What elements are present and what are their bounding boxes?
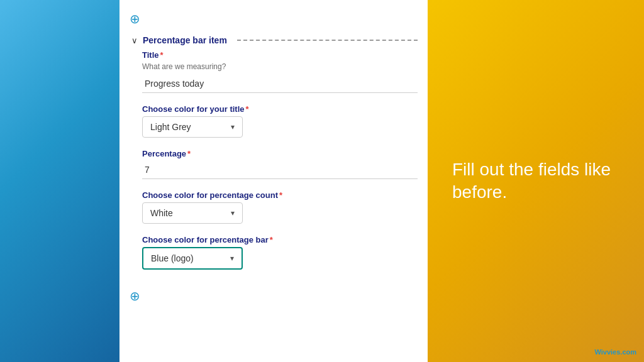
color-title-chevron-icon: ▾ — [231, 123, 235, 131]
percentage-field-group: Percentage* — [142, 149, 418, 179]
panel-header: ⊕ — [119, 8, 428, 31]
instruction-text: Fill out the fields like before. — [452, 158, 619, 204]
color-title-value: Light Grey — [150, 122, 191, 132]
color-title-select[interactable]: Light Grey ▾ — [142, 116, 243, 138]
watermark: Wivvies.com — [594, 348, 636, 356]
section-title: Percentage bar item — [143, 35, 227, 45]
color-percentage-label: Choose color for percentage count* — [142, 190, 418, 200]
left-background — [0, 0, 119, 362]
add-icon-top[interactable]: ⊕ — [130, 11, 140, 26]
section-header: ∨ Percentage bar item — [119, 31, 428, 50]
color-percentage-chevron-icon: ▾ — [231, 209, 235, 217]
chevron-icon[interactable]: ∨ — [131, 36, 138, 45]
form-panel: ⊕ ∨ Percentage bar item Title* What are … — [119, 0, 428, 362]
color-title-field-group: Choose color for your title* Light Grey … — [142, 104, 418, 138]
title-required: * — [160, 50, 164, 60]
color-percentage-field-group: Choose color for percentage count* White… — [142, 190, 418, 224]
percentage-required: * — [187, 149, 191, 158]
right-content-area: Fill out the fields like before. — [427, 0, 644, 362]
color-title-label: Choose color for your title* — [142, 104, 418, 114]
title-field-group: Title* What are we measuring? — [142, 50, 418, 93]
color-bar-chevron-icon: ▾ — [230, 254, 234, 263]
title-input[interactable] — [142, 75, 418, 93]
color-title-select-wrapper: Light Grey ▾ — [142, 116, 243, 138]
color-percentage-select-wrapper: White ▾ — [142, 202, 243, 224]
color-bar-value: Blue (logo) — [151, 253, 194, 263]
percentage-label: Percentage* — [142, 149, 418, 158]
panel-footer: ⊕ — [119, 281, 428, 311]
color-percentage-select[interactable]: White ▾ — [142, 202, 243, 224]
title-label: Title* — [142, 50, 418, 60]
color-bar-field-group: Choose color for percentage bar* Blue (l… — [142, 235, 418, 270]
form-body: Title* What are we measuring? Choose col… — [119, 50, 428, 270]
color-percentage-value: White — [150, 208, 173, 218]
title-hint: What are we measuring? — [142, 62, 418, 71]
color-title-required: * — [246, 104, 249, 114]
percentage-input[interactable] — [142, 161, 418, 179]
color-percentage-required: * — [279, 190, 282, 200]
color-bar-label: Choose color for percentage bar* — [142, 235, 418, 244]
color-bar-select-wrapper: Blue (logo) ▾ — [142, 247, 243, 270]
color-bar-required: * — [270, 235, 273, 244]
color-bar-select[interactable]: Blue (logo) ▾ — [142, 247, 243, 270]
add-icon-bottom[interactable]: ⊕ — [130, 288, 140, 304]
dashed-divider — [237, 40, 418, 41]
